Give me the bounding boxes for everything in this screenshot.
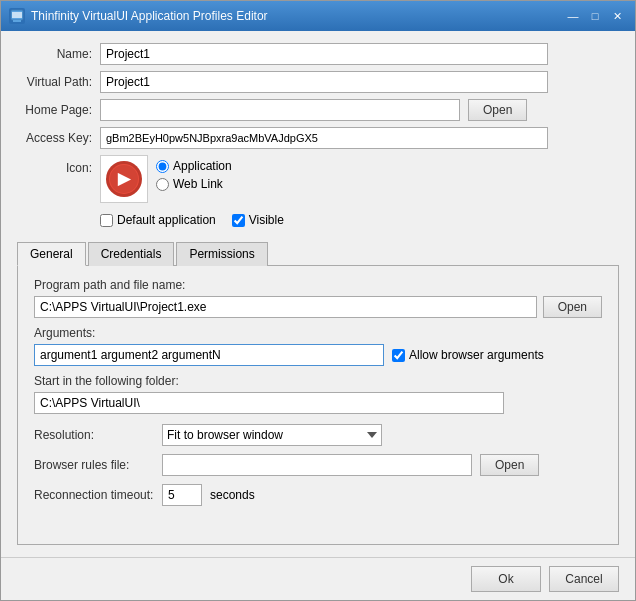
cancel-button[interactable]: Cancel (549, 566, 619, 592)
reconn-unit: seconds (210, 488, 255, 502)
bottom-bar: Ok Cancel (1, 557, 635, 600)
tab-content: Program path and file name: Open Argumen… (17, 266, 619, 545)
icon-preview[interactable]: ▶ (100, 155, 148, 203)
browser-rules-open-button[interactable]: Open (480, 454, 539, 476)
minimize-button[interactable]: — (563, 7, 583, 25)
checkbox-row: Default application Visible (100, 213, 619, 227)
folder-input[interactable] (34, 392, 504, 414)
tab-general[interactable]: General (17, 242, 86, 266)
ok-button[interactable]: Ok (471, 566, 541, 592)
application-radio[interactable] (156, 160, 169, 173)
arguments-label: Arguments: (34, 326, 602, 340)
title-bar-left: Thinfinity VirtualUI Application Profile… (9, 8, 268, 24)
tab-permissions[interactable]: Permissions (176, 242, 267, 266)
reconn-label: Reconnection timeout: (34, 488, 154, 502)
program-open-button[interactable]: Open (543, 296, 602, 318)
folder-row: Start in the following folder: (34, 374, 602, 414)
program-input[interactable] (34, 296, 537, 318)
vpath-input[interactable] (100, 71, 548, 93)
reconn-input[interactable] (162, 484, 202, 506)
name-row: Name: (17, 43, 619, 65)
tab-bar: General Credentials Permissions (17, 241, 619, 266)
accesskey-label: Access Key: (17, 131, 92, 145)
svg-rect-1 (13, 20, 21, 22)
icon-type-group: Application Web Link (156, 155, 232, 191)
visible-checkbox[interactable] (232, 214, 245, 227)
close-button[interactable]: ✕ (607, 7, 627, 25)
svg-rect-2 (12, 12, 22, 18)
program-label: Program path and file name: (34, 278, 602, 292)
vpath-label: Virtual Path: (17, 75, 92, 89)
weblink-radio-row: Web Link (156, 177, 232, 191)
window-title: Thinfinity VirtualUI Application Profile… (31, 9, 268, 23)
icon-label: Icon: (17, 155, 92, 175)
browser-rules-input[interactable] (162, 454, 472, 476)
resolution-select[interactable]: Fit to browser window Fixed Custom (162, 424, 382, 446)
default-app-label[interactable]: Default application (117, 213, 216, 227)
visible-item: Visible (232, 213, 284, 227)
maximize-button[interactable]: □ (585, 7, 605, 25)
title-bar: Thinfinity VirtualUI Application Profile… (1, 1, 635, 31)
tabs-container: General Credentials Permissions Program … (17, 241, 619, 545)
homepage-label: Home Page: (17, 103, 92, 117)
name-input[interactable] (100, 43, 548, 65)
vpath-row: Virtual Path: (17, 71, 619, 93)
visible-label[interactable]: Visible (249, 213, 284, 227)
resolution-label: Resolution: (34, 428, 154, 442)
homepage-open-button[interactable]: Open (468, 99, 527, 121)
allow-browser-label[interactable]: Allow browser arguments (409, 348, 544, 362)
reconn-row: Reconnection timeout: seconds (34, 484, 602, 506)
allow-browser-checkbox[interactable] (392, 349, 405, 362)
arguments-input[interactable] (34, 344, 384, 366)
homepage-input[interactable] (100, 99, 460, 121)
application-radio-row: Application (156, 159, 232, 173)
default-app-checkbox[interactable] (100, 214, 113, 227)
accesskey-row: Access Key: (17, 127, 619, 149)
application-radio-label[interactable]: Application (173, 159, 232, 173)
app-icon-svg: ▶ (104, 159, 144, 199)
program-row: Open (34, 296, 602, 318)
general-panel: Program path and file name: Open Argumen… (34, 278, 602, 506)
folder-label: Start in the following folder: (34, 374, 602, 388)
main-window: Thinfinity VirtualUI Application Profile… (0, 0, 636, 601)
svg-text:▶: ▶ (118, 170, 132, 187)
accesskey-input[interactable] (100, 127, 548, 149)
arguments-row: Allow browser arguments (34, 344, 602, 366)
browser-rules-label: Browser rules file: (34, 458, 154, 472)
weblink-radio[interactable] (156, 178, 169, 191)
main-content: Name: Virtual Path: Home Page: Open Acce… (1, 31, 635, 557)
tab-credentials[interactable]: Credentials (88, 242, 175, 266)
icon-section: Icon: ▶ Application Web Link (17, 155, 619, 203)
resolution-row: Resolution: Fit to browser window Fixed … (34, 424, 602, 446)
app-icon (9, 8, 25, 24)
name-label: Name: (17, 47, 92, 61)
default-app-item: Default application (100, 213, 216, 227)
weblink-radio-label[interactable]: Web Link (173, 177, 223, 191)
browser-rules-row: Browser rules file: Open (34, 454, 602, 476)
homepage-row: Home Page: Open (17, 99, 619, 121)
title-controls: — □ ✕ (563, 7, 627, 25)
allow-browser-item: Allow browser arguments (392, 348, 544, 362)
